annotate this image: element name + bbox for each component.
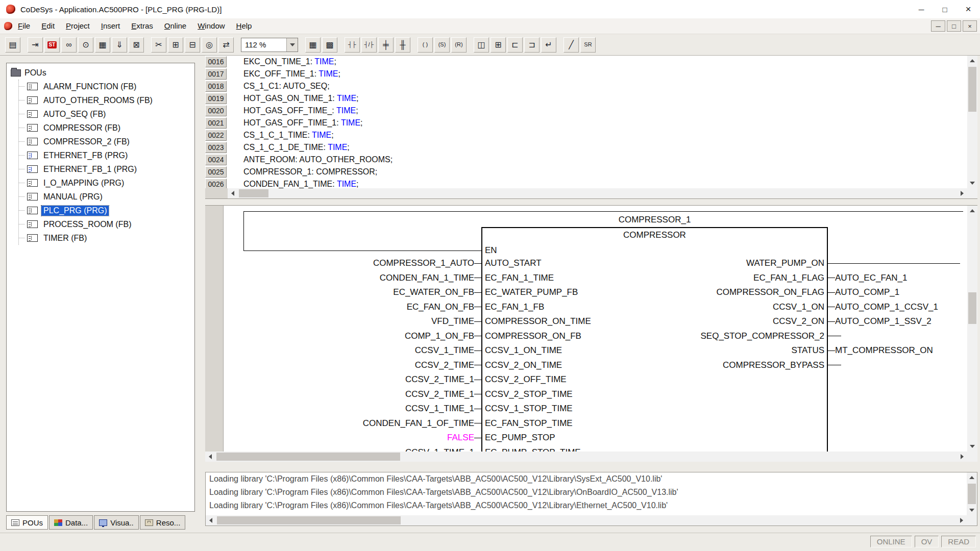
input-variable[interactable]: CCSV_2_TIME_1 (405, 389, 474, 399)
tree-item[interactable]: MANUAL (PRG) (19, 190, 194, 204)
scroll-arrow-right-icon[interactable] (957, 515, 967, 525)
message-horizontal-scrollbar[interactable] (206, 515, 967, 525)
line-number[interactable]: 0019 (205, 93, 227, 104)
scroll-arrow-up-icon[interactable] (967, 56, 977, 66)
input-variable[interactable]: CCSV_2_TIME_1 (405, 374, 474, 385)
scroll-thumb[interactable] (968, 292, 976, 324)
coil-icon[interactable]: ( ) (418, 37, 433, 53)
login-icon[interactable]: ⇥ (28, 37, 43, 53)
line-number[interactable]: 0020 (205, 105, 227, 116)
line-number[interactable]: 0016 (205, 56, 227, 67)
dropdown-arrow-icon[interactable] (286, 38, 298, 52)
menu-extras[interactable]: Extras (126, 18, 159, 34)
set-coil-icon[interactable]: (S) (434, 37, 450, 53)
tab-data[interactable]: Data... (49, 515, 93, 530)
line-number[interactable]: 0017 (205, 68, 227, 80)
insert-output-icon[interactable]: ⊐ (524, 37, 540, 53)
minimize-button[interactable]: ─ (910, 0, 933, 18)
log-message[interactable]: Loading library 'C:\Program Files (x86)\… (209, 472, 967, 486)
scroll-thumb[interactable] (217, 516, 401, 524)
declaration-text[interactable]: ANTE_ROOM: AUTO_OTHER_ROOMS; (227, 155, 393, 164)
tree-item[interactable]: TIMER (FB) (19, 231, 194, 245)
input-variable[interactable]: VFD_TIME (431, 316, 474, 327)
tree-item[interactable]: AUTO_SEQ (FB) (19, 107, 194, 121)
menu-window[interactable]: Window (192, 18, 230, 34)
declaration-text[interactable]: HOT_GAS_OFF_TIME_1: TIME; (227, 118, 363, 128)
declaration-text[interactable]: EKC_OFF_TIME_1: TIME; (227, 69, 340, 79)
menu-insert[interactable]: Insert (95, 18, 126, 34)
scroll-arrow-up-icon[interactable] (967, 206, 977, 216)
close-button[interactable]: × (957, 0, 980, 18)
menu-online[interactable]: Online (159, 18, 192, 34)
save-icon[interactable]: ▤ (5, 37, 20, 53)
declaration-text[interactable]: CONDEN_FAN_1_TIME: TIME; (227, 180, 359, 188)
mdi-restore-button[interactable]: □ (947, 20, 961, 32)
input-variable[interactable]: CCSV_1_TIME (415, 345, 474, 356)
declaration-text[interactable]: COMPRESSOR_1: COMPRESSOR; (227, 167, 377, 177)
scroll-thumb[interactable] (216, 453, 400, 461)
scroll-arrow-right-icon[interactable] (957, 452, 967, 462)
log-message[interactable]: Loading library 'C:\Program Files (x86)\… (209, 499, 967, 512)
tree-item[interactable]: AUTO_OTHER_ROOMS (FB) (19, 93, 194, 107)
set-reset-icon[interactable]: SR (580, 37, 596, 53)
declaration-text[interactable]: HOT_GAS_OFF_TIME_: TIME; (227, 106, 358, 115)
vertical-splitter[interactable] (199, 56, 205, 533)
tree-item[interactable]: COMPRESSOR (FB) (19, 121, 194, 135)
pou-tree[interactable]: POUs ALARM_FUNCTION (FB)AUTO_OTHER_ROOMS… (6, 63, 195, 512)
build-icon[interactable]: ▦ (95, 37, 110, 53)
watch-icon[interactable]: ⊙ (78, 37, 93, 53)
paste-icon[interactable]: ⊟ (185, 37, 200, 53)
download-icon[interactable]: ⇓ (112, 37, 127, 53)
scroll-arrow-left-icon[interactable] (228, 188, 238, 198)
pen-icon[interactable]: ╱ (564, 37, 579, 53)
horizontal-splitter[interactable] (205, 199, 977, 205)
zoom-combobox[interactable]: 112 % (241, 38, 298, 52)
input-variable[interactable]: CCSV_1_TIME_1 (405, 447, 474, 452)
scroll-track[interactable] (967, 66, 977, 178)
contact-icon[interactable]: ┤├ (345, 37, 360, 53)
scroll-arrow-down-icon[interactable] (967, 178, 977, 188)
menu-file[interactable]: File (12, 18, 36, 34)
input-variable[interactable]: EC_FAN_ON_FB (407, 302, 474, 312)
tree-item[interactable]: I_O_MAPPING (PRG) (19, 176, 194, 190)
scroll-track[interactable] (216, 515, 957, 525)
tree-item[interactable]: ETHERNET_FB (PRG) (19, 148, 194, 162)
parallel-contact-icon[interactable]: ╪ (378, 37, 394, 53)
output-variable[interactable]: AUTO_COMP_1_CCSV_1 (835, 302, 938, 312)
input-variable[interactable]: COMP_1_ON_FB (405, 331, 474, 341)
declaration-text[interactable]: CS_1_C_1_TIME: TIME; (227, 131, 334, 140)
scroll-thumb[interactable] (239, 189, 268, 197)
input-variable[interactable]: CONDEN_FAN_1_TIME (380, 273, 474, 283)
network-before-icon[interactable]: ▦ (305, 37, 321, 53)
input-variable[interactable]: CCSV_1_TIME_1 (405, 404, 474, 414)
insert-jump-icon[interactable]: ↵ (541, 37, 556, 53)
ladder-editor-canvas[interactable]: COMPRESSOR_1COMPRESSORENCOMPRESSOR_1_AUT… (224, 206, 967, 452)
tree-item[interactable]: PROCESS_ROOM (FB) (19, 217, 194, 231)
fb-instance-name[interactable]: COMPRESSOR_1 (481, 213, 828, 227)
ladder-horizontal-scrollbar[interactable] (205, 452, 967, 462)
scroll-track[interactable] (238, 188, 957, 198)
scroll-arrow-down-icon[interactable] (967, 505, 977, 515)
stop-icon[interactable]: ST (44, 37, 60, 53)
reset-coil-icon[interactable]: (R) (451, 37, 467, 53)
tree-root-pous[interactable]: POUs (11, 66, 194, 80)
scroll-track[interactable] (967, 216, 977, 441)
tree-item[interactable]: ETHERNET_FB_1 (PRG) (19, 162, 194, 176)
input-variable[interactable]: FALSE (447, 433, 474, 443)
scroll-thumb[interactable] (968, 484, 976, 504)
negated-contact-icon[interactable]: ┤/├ (361, 37, 377, 53)
scroll-track[interactable] (215, 452, 957, 462)
output-variable[interactable]: MT_COMPRESSOR_ON (835, 345, 933, 356)
function-block-icon[interactable]: ◫ (474, 37, 489, 53)
input-variable[interactable]: COMPRESSOR_1_AUTO (373, 258, 474, 268)
scroll-track[interactable] (967, 483, 977, 505)
line-number[interactable]: 0025 (205, 166, 227, 178)
log-message[interactable]: Loading library 'C:\Program Files (x86)\… (209, 486, 967, 499)
copy-icon[interactable]: ⊞ (168, 37, 183, 53)
output-variable[interactable]: AUTO_EC_FAN_1 (835, 273, 907, 283)
cut-icon[interactable]: ✂ (151, 37, 166, 53)
line-number[interactable]: 0023 (205, 142, 227, 153)
tree-item[interactable]: PLC_PRG (PRG) (19, 204, 194, 217)
declaration-text[interactable]: HOT_GAS_ON_TIME_1: TIME; (227, 94, 359, 103)
replace-icon[interactable]: ⇄ (218, 37, 234, 53)
